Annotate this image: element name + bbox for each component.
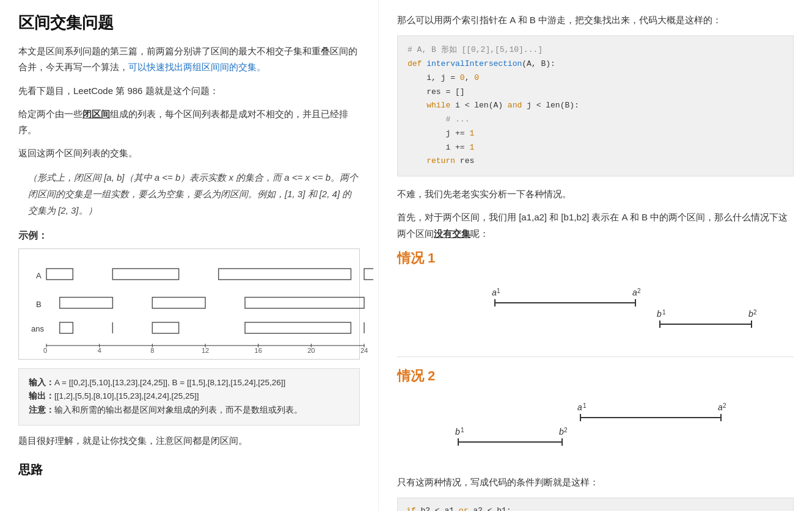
svg-text:0: 0 <box>43 347 47 353</box>
svg-text:1: 1 <box>461 427 464 433</box>
question-intro: 先看下题目，LeetCode 第 986 题就是这个问题： <box>18 83 360 99</box>
intro-link[interactable]: 可以快速找出两组区间间的交集。 <box>128 62 266 72</box>
svg-text:a: a <box>577 402 582 412</box>
interval-chart: A B ans 0 4 8 12 16 20 24 <box>25 255 373 353</box>
svg-rect-29 <box>245 322 351 333</box>
small-code-line1: if b2 < a1 or a2 < b1: <box>406 504 785 511</box>
analysis2: 首先，对于两个区间，我们用 [a1,a2] 和 [b1,b2] 表示在 A 和 … <box>397 209 794 242</box>
svg-text:24: 24 <box>360 347 368 353</box>
svg-rect-22 <box>60 297 113 308</box>
svg-text:2: 2 <box>753 309 757 316</box>
svg-text:4: 4 <box>98 347 101 353</box>
situation2-diagram: a 1 a 2 b 1 b 2 <box>397 390 764 463</box>
silu-title: 思路 <box>18 462 360 478</box>
input-line: 输入：A = [[0,2],[5,10],[13,23],[24,25]], B… <box>29 376 349 390</box>
note-line: 注意：输入和所需的输出都是区间对象组成的列表，而不是数组或列表。 <box>29 404 349 418</box>
svg-text:B: B <box>36 300 42 309</box>
code-line5: # ... <box>408 113 783 127</box>
svg-text:a: a <box>492 288 497 297</box>
output-line: 输出：[[1,2],[5,5],[8,10],[15,23],[24,24],[… <box>29 390 349 404</box>
example-title: 示例： <box>18 230 360 242</box>
situation1-title: 情况 1 <box>397 249 794 267</box>
svg-text:2: 2 <box>564 427 568 433</box>
example-chart: A B ans 0 4 8 12 16 20 24 <box>18 248 360 360</box>
divider1 <box>397 357 794 357</box>
svg-text:16: 16 <box>255 347 262 353</box>
svg-rect-20 <box>219 269 351 280</box>
right-intro1: 那么可以用两个索引指针在 A 和 B 中游走，把交集找出来，代码大概是这样的： <box>397 12 794 28</box>
situation2-title: 情况 2 <box>397 367 794 385</box>
question-desc2: 返回这两个区间列表的交集。 <box>18 145 360 161</box>
code-line3: res = [] <box>408 85 783 100</box>
svg-rect-28 <box>152 322 178 333</box>
conclusion: 只有这两种情况，写成代码的条件判断就是这样： <box>397 474 794 490</box>
svg-text:ans: ans <box>31 324 44 333</box>
svg-text:b: b <box>455 427 460 437</box>
svg-text:8: 8 <box>150 347 154 353</box>
code-line6: j += 1 <box>408 127 783 141</box>
svg-text:b: b <box>748 309 753 319</box>
svg-rect-24 <box>245 297 364 308</box>
svg-text:b: b <box>657 309 662 319</box>
situation1-diagram: a 1 a 2 b 1 b 2 <box>397 272 764 346</box>
svg-text:a: a <box>632 288 637 297</box>
svg-rect-19 <box>112 269 178 280</box>
right-panel: 那么可以用两个索引指针在 A 和 B 中游走，把交集找出来，代码大概是这样的： … <box>379 0 812 511</box>
svg-text:a: a <box>718 402 723 412</box>
svg-rect-21 <box>364 269 373 280</box>
svg-rect-23 <box>152 297 205 308</box>
svg-text:1: 1 <box>583 402 587 409</box>
code-comment: # A, B 形如 [[0,2],[5,10]...] <box>408 43 783 57</box>
svg-text:1: 1 <box>662 309 666 316</box>
situation2-area: 情况 2 a 1 a 2 b 1 b 2 <box>397 367 794 463</box>
code-line1: def intervalIntersection(A, B): <box>408 57 783 71</box>
svg-text:2: 2 <box>637 288 641 294</box>
svg-text:20: 20 <box>307 347 315 353</box>
svg-rect-18 <box>46 269 73 280</box>
svg-text:12: 12 <box>202 347 209 353</box>
svg-text:1: 1 <box>497 288 500 294</box>
question-desc: 给定两个由一些闭区间组成的列表，每个区间列表都是成对不相交的，并且已经排序。 <box>18 106 360 139</box>
code-block-main: # A, B 形如 [[0,2],[5,10]...] def interval… <box>397 35 794 176</box>
intro-paragraph: 本文是区间系列问题的第三篇，前两篇分别讲了区间的最大不相交子集和重叠区间的合并，… <box>18 43 360 76</box>
example-block: 输入：A = [[0,2],[5,10],[13,23],[24,25]], B… <box>18 368 360 426</box>
code-line2: i, j = 0, 0 <box>408 71 783 85</box>
svg-rect-26 <box>60 322 73 333</box>
page-title: 区间交集问题 <box>18 12 360 34</box>
formal-definition: （形式上，闭区间 [a, b]（其中 a <= b）表示实数 x 的集合，而 a… <box>28 169 360 219</box>
code-line8: return res <box>408 154 783 169</box>
svg-text:2: 2 <box>723 402 726 409</box>
analysis1: 不难，我们先老老实实分析一下各种情况。 <box>397 186 794 202</box>
svg-text:b: b <box>559 427 564 437</box>
code-line4: while i < len(A) and j < len(B): <box>408 99 783 113</box>
bottom-text: 题目很好理解，就是让你找交集，注意区间都是闭区间。 <box>18 433 360 449</box>
left-panel: 区间交集问题 本文是区间系列问题的第三篇，前两篇分别讲了区间的最大不相交子集和重… <box>0 0 379 511</box>
svg-text:A: A <box>36 271 42 280</box>
code-line7: i += 1 <box>408 141 783 155</box>
situation1-area: 情况 1 a 1 a 2 b 1 b 2 <box>397 249 794 346</box>
small-code-block: if b2 < a1 or a2 < b1: [a1,a2] 和 [b1,b2]… <box>397 498 794 511</box>
